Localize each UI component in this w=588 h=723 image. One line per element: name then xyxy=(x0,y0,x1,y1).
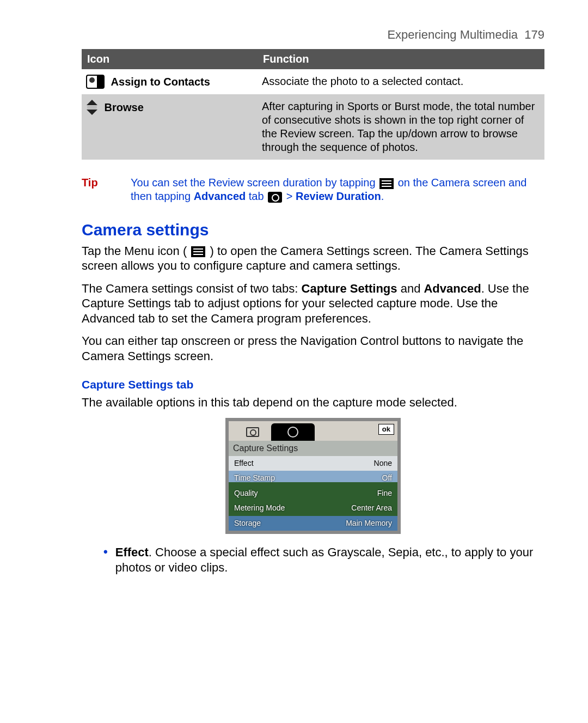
table-row: Assign to Contacts Associate the photo t… xyxy=(82,69,544,95)
subsection-heading: Capture Settings tab xyxy=(82,378,544,392)
chapter-title: Experiencing Multimedia xyxy=(387,28,518,41)
setting-row: Metering ModeCenter Area xyxy=(229,501,397,516)
setting-row: StorageMain Memory xyxy=(229,516,397,531)
paragraph: The Camera settings consist of two tabs:… xyxy=(82,281,544,326)
th-function: Function xyxy=(258,49,544,69)
icon-function-table: Icon Function Assign to Contacts Associa… xyxy=(82,49,544,160)
setting-row: EffectNone xyxy=(229,456,397,471)
setting-row: QualityFine xyxy=(229,486,397,501)
tip-block: Tip You can set the Review screen durati… xyxy=(82,176,544,203)
paragraph: Tap the Menu icon ( ) to open the Camera… xyxy=(82,244,544,274)
setting-row: Time StampOff xyxy=(229,471,397,486)
row-function: Associate the photo to a selected contac… xyxy=(258,69,544,95)
th-icon: Icon xyxy=(82,49,258,69)
browse-icon xyxy=(86,100,98,115)
bullet-icon: • xyxy=(103,545,108,575)
tip-body: You can set the Review screen duration b… xyxy=(131,176,544,203)
list-item: • Effect. Choose a special effect such a… xyxy=(103,545,544,575)
advanced-tab-icon xyxy=(271,423,315,441)
capture-settings-screenshot: ok Capture Settings EffectNone Time Stam… xyxy=(225,418,401,534)
row-function: After capturing in Sports or Burst mode,… xyxy=(258,94,544,160)
menu-icon xyxy=(379,178,394,189)
row-label: Browse xyxy=(105,101,144,114)
paragraph: The available options in this tab depend… xyxy=(82,395,544,410)
assign-contacts-icon xyxy=(86,75,105,89)
tip-label: Tip xyxy=(82,176,131,203)
menu-icon xyxy=(191,246,205,257)
page-number: 179 xyxy=(524,28,544,41)
section-heading: Camera settings xyxy=(82,220,544,240)
paragraph: You can either tap onscreen or press the… xyxy=(82,333,544,363)
row-label: Assign to Contacts xyxy=(111,75,210,89)
table-row: Browse After capturing in Sports or Burs… xyxy=(82,94,544,160)
ok-button: ok xyxy=(378,424,394,435)
gear-icon xyxy=(268,192,282,203)
capture-tab-icon xyxy=(236,423,269,441)
screenshot-title: Capture Settings xyxy=(229,441,397,456)
bullet-list: • Effect. Choose a special effect such a… xyxy=(82,545,544,575)
page-header: Experiencing Multimedia 179 xyxy=(82,27,544,42)
